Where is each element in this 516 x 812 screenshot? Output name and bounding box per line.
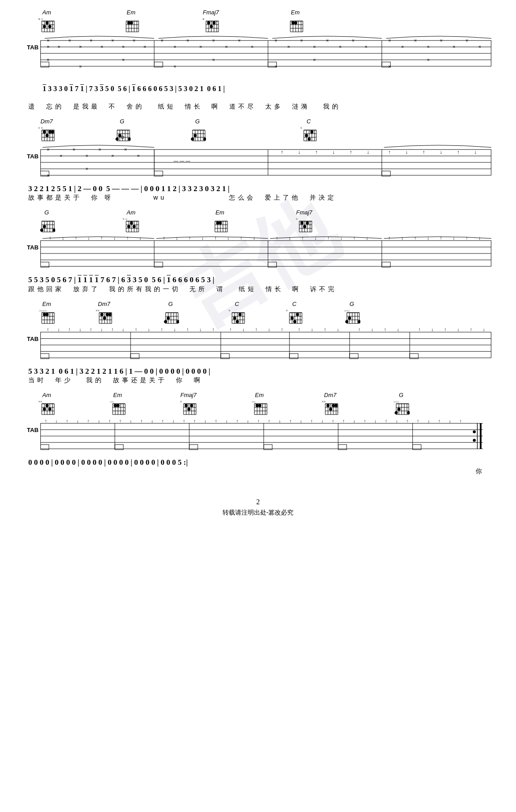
svg-text:↑: ↑ (353, 236, 355, 241)
svg-text:↑: ↑ (188, 236, 191, 241)
svg-text:↓: ↓ (225, 418, 227, 423)
svg-text:↓: ↓ (101, 327, 103, 332)
svg-text:×: × (137, 153, 140, 159)
svg-text:×: × (326, 38, 329, 43)
svg-text:×: × (287, 44, 290, 49)
svg-point-40 (213, 22, 216, 25)
chord-am-3: Am ×× (38, 392, 55, 417)
section-1: Am × ○ (25, 9, 491, 111)
svg-text:○○: ○○ (252, 400, 255, 404)
svg-text:↑: ↑ (281, 149, 284, 155)
svg-point-244 (219, 222, 222, 225)
svg-point-165 (310, 131, 314, 134)
svg-text:×: × (47, 57, 49, 62)
svg-text:↓: ↓ (77, 418, 79, 423)
notation-3: 5 5 3 5 0 5 6 7 | 1 1 1 1 7 6 7 | 6 3 3 … (25, 275, 491, 293)
svg-text:↓: ↓ (315, 236, 317, 241)
chord-g-3: G (38, 209, 55, 235)
svg-text:↑: ↑ (111, 327, 114, 332)
svg-point-51 (292, 22, 295, 25)
svg-text:↓: ↓ (242, 327, 245, 332)
svg-text:×: × (174, 44, 176, 49)
chord-g-1: G (114, 118, 131, 144)
svg-text:×: × (122, 57, 125, 62)
svg-text:×: × (111, 153, 114, 159)
svg-text:↑: ↑ (162, 418, 164, 423)
svg-text:↓: ↓ (311, 327, 313, 332)
svg-text:↑: ↑ (186, 327, 188, 332)
chord-am: Am × ○ (38, 9, 55, 35)
svg-text:×: × (47, 38, 49, 43)
chord-row-5: Am ×× (25, 392, 491, 417)
svg-text:×: × (365, 44, 367, 49)
svg-text:↑: ↑ (75, 236, 77, 241)
svg-text:↑: ↑ (109, 418, 111, 423)
svg-text:×: × (144, 44, 146, 49)
svg-point-331 (106, 313, 109, 316)
tab-label-1: TAB (27, 44, 39, 51)
chord-fmaj7-3: Fmaj7 × (180, 392, 197, 417)
svg-text:↑: ↑ (406, 418, 408, 423)
svg-text:↓: ↓ (374, 418, 376, 423)
notation-2: 3 2 2 1 2 5 5 1 | 2 — 0 0 5 — — — | 0 0 … (25, 184, 491, 202)
svg-text:↓: ↓ (396, 418, 398, 423)
svg-text:↓: ↓ (440, 149, 442, 155)
svg-point-167 (308, 138, 311, 141)
staff-svg-2: × × × × × × × × × × — — — ↑ ↓ ↑ ↓ ↑ (40, 144, 491, 180)
svg-text:×: × (414, 38, 417, 43)
svg-text:○: ○ (125, 217, 127, 221)
chord-em-2: Em (287, 9, 304, 35)
section-5: Am ×× (25, 392, 491, 476)
svg-text:×: × (38, 126, 40, 130)
svg-point-480 (190, 404, 193, 407)
svg-text:↑: ↑ (90, 327, 92, 332)
svg-text:×: × (101, 44, 103, 49)
svg-text:×: × (47, 44, 49, 49)
svg-text:↑: ↑ (364, 418, 366, 423)
svg-point-123 (43, 131, 46, 134)
svg-point-243 (216, 222, 219, 225)
svg-point-522 (407, 411, 410, 414)
svg-text:↓: ↓ (298, 149, 301, 155)
svg-point-507 (332, 404, 335, 407)
svg-text:↓: ↓ (428, 418, 430, 423)
chord-g-5: G ○○○ (343, 301, 360, 326)
svg-point-492 (256, 404, 259, 407)
svg-point-387 (358, 320, 361, 323)
tab-label-5: TAB (27, 427, 39, 433)
svg-text:↑: ↑ (358, 327, 360, 332)
chord-c-1: C × (300, 118, 317, 144)
section-2: Dm7 × × (25, 118, 491, 202)
chord-g-4: G (162, 301, 179, 326)
svg-text:×: × (427, 57, 429, 62)
svg-text:↑: ↑ (388, 149, 391, 155)
svg-text:×: × (124, 147, 127, 153)
svg-text:↑: ↑ (417, 418, 419, 423)
svg-text:↑: ↑ (302, 236, 304, 241)
svg-text:↑: ↑ (183, 418, 185, 423)
svg-text:↑: ↑ (135, 327, 137, 332)
svg-text:×: × (68, 38, 71, 43)
svg-text:×: × (180, 400, 182, 404)
svg-text:↓: ↓ (300, 418, 302, 423)
svg-point-140 (128, 138, 131, 141)
svg-text:×: × (300, 126, 302, 130)
svg-text:↑: ↑ (126, 236, 128, 241)
page-number: 2 (25, 498, 491, 506)
chord-c-2: C × (228, 301, 245, 326)
svg-point-329 (101, 313, 104, 316)
svg-text:↓: ↓ (201, 236, 204, 241)
section-3: G Am (25, 209, 491, 293)
svg-text:↑: ↑ (47, 327, 49, 332)
tab-label-2: TAB (27, 153, 39, 160)
staff-svg-4: ↑ ↓ ↑ ↓ ↑ ↓ ↑ ↓ ↑ ↓ ↑ ↓ ↑ ↓ ↑ ↑ ↓ ↑ ↓ ↑ (40, 327, 491, 363)
svg-point-215 (43, 225, 46, 228)
svg-text:↑: ↑ (119, 418, 121, 423)
svg-point-151 (194, 134, 197, 137)
svg-text:↑: ↑ (438, 418, 440, 423)
svg-text:↓: ↓ (474, 149, 477, 155)
svg-text:×: × (202, 17, 205, 21)
svg-text:×: × (60, 153, 62, 159)
svg-text:↓: ↓ (431, 327, 433, 332)
svg-point-258 (306, 222, 309, 225)
